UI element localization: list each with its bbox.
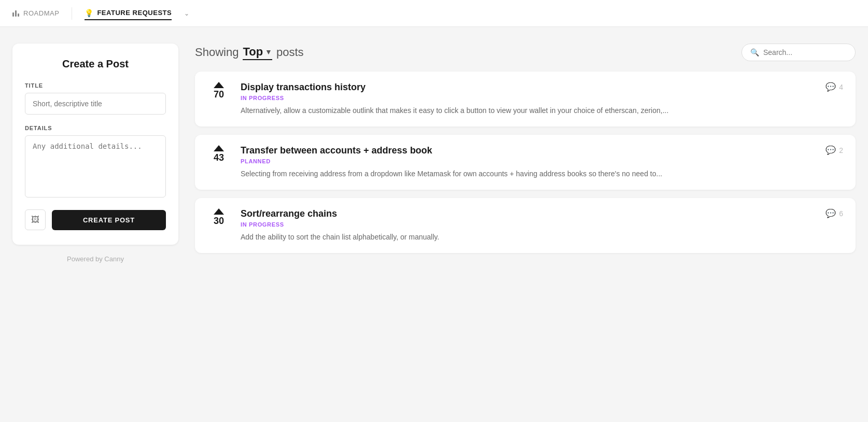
sort-chevron-icon: ▼ bbox=[265, 48, 272, 56]
sort-value: Top bbox=[243, 45, 263, 59]
showing-filter: Showing Top ▼ posts bbox=[195, 45, 304, 60]
vote-count: 43 bbox=[214, 152, 224, 163]
image-icon: 🖼 bbox=[31, 215, 39, 224]
create-post-button[interactable]: CREATE POST bbox=[52, 210, 166, 230]
posts-list: 70 Display transactions history IN PROGR… bbox=[195, 72, 856, 253]
upvote-button[interactable] bbox=[214, 82, 224, 88]
right-panel: Showing Top ▼ posts 🔍 70 Display transac… bbox=[195, 44, 856, 405]
nav-divider bbox=[72, 7, 72, 20]
search-box: 🔍 bbox=[741, 44, 856, 61]
bulb-icon: 💡 bbox=[85, 9, 93, 17]
showing-text: Showing bbox=[195, 46, 239, 59]
post-content: Sort/rearrange chains IN PROGRESS Add th… bbox=[241, 208, 815, 243]
post-card: 43 Transfer between accounts + address b… bbox=[195, 135, 856, 190]
comment-count: 4 bbox=[839, 83, 843, 91]
details-label: DETAILS bbox=[25, 125, 166, 131]
vote-box: 43 bbox=[207, 145, 230, 163]
comment-icon: 💬 bbox=[825, 82, 836, 92]
post-title: Display transactions history bbox=[241, 82, 815, 93]
image-upload-button[interactable]: 🖼 bbox=[25, 209, 46, 230]
status-badge: IN PROGRESS bbox=[241, 95, 815, 101]
vote-box: 30 bbox=[207, 208, 230, 227]
upvote-button[interactable] bbox=[214, 145, 224, 151]
post-card: 30 Sort/rearrange chains IN PROGRESS Add… bbox=[195, 198, 856, 253]
feature-requests-label: FEATURE REQUESTS bbox=[97, 9, 172, 17]
post-content: Transfer between accounts + address book… bbox=[241, 145, 815, 179]
search-icon: 🔍 bbox=[750, 48, 759, 57]
comment-icon: 💬 bbox=[825, 145, 836, 155]
post-title: Transfer between accounts + address book bbox=[241, 145, 815, 156]
details-input[interactable] bbox=[25, 135, 166, 198]
post-card: 70 Display transactions history IN PROGR… bbox=[195, 72, 856, 126]
post-meta: 💬 4 bbox=[825, 82, 843, 92]
status-badge: IN PROGRESS bbox=[241, 221, 815, 228]
title-label: TITLE bbox=[25, 82, 166, 89]
status-badge: PLANNED bbox=[241, 158, 815, 164]
powered-by: Powered by Canny bbox=[12, 255, 178, 263]
vote-count: 70 bbox=[214, 89, 224, 100]
create-post-card: Create a Post TITLE DETAILS 🖼 CREATE POS… bbox=[12, 44, 178, 245]
main-container: Create a Post TITLE DETAILS 🖼 CREATE POS… bbox=[0, 27, 868, 422]
top-nav: ROADMAP 💡 FEATURE REQUESTS ⌄ bbox=[0, 0, 868, 27]
comment-icon: 💬 bbox=[825, 208, 836, 218]
roadmap-icon bbox=[12, 10, 19, 17]
details-field-group: DETAILS bbox=[25, 125, 166, 199]
create-post-title: Create a Post bbox=[25, 58, 166, 70]
left-panel: Create a Post TITLE DETAILS 🖼 CREATE POS… bbox=[12, 44, 178, 405]
post-title: Sort/rearrange chains bbox=[241, 208, 815, 219]
roadmap-label: ROADMAP bbox=[23, 9, 59, 17]
upvote-button[interactable] bbox=[214, 208, 224, 215]
post-description: Selecting from receiving address from a … bbox=[241, 168, 815, 179]
posts-text: posts bbox=[276, 46, 304, 59]
post-meta: 💬 2 bbox=[825, 145, 843, 155]
vote-count: 30 bbox=[214, 216, 224, 227]
nav-chevron-icon[interactable]: ⌄ bbox=[184, 10, 189, 17]
right-header: Showing Top ▼ posts 🔍 bbox=[195, 44, 856, 61]
post-description: Add the ability to sort the chain list a… bbox=[241, 232, 815, 243]
comment-count: 6 bbox=[839, 209, 843, 218]
form-bottom-row: 🖼 CREATE POST bbox=[25, 209, 166, 230]
search-input[interactable] bbox=[763, 48, 847, 57]
comment-count: 2 bbox=[839, 146, 843, 154]
post-description: Alternatively, allow a customizable outl… bbox=[241, 105, 815, 116]
post-meta: 💬 6 bbox=[825, 208, 843, 218]
title-field-group: TITLE bbox=[25, 82, 166, 115]
vote-box: 70 bbox=[207, 82, 230, 100]
roadmap-nav-item[interactable]: ROADMAP bbox=[12, 7, 59, 19]
post-content: Display transactions history IN PROGRESS… bbox=[241, 82, 815, 116]
title-input[interactable] bbox=[25, 93, 166, 115]
feature-requests-nav-item[interactable]: 💡 FEATURE REQUESTS bbox=[85, 7, 172, 20]
sort-dropdown[interactable]: Top ▼ bbox=[243, 45, 272, 60]
